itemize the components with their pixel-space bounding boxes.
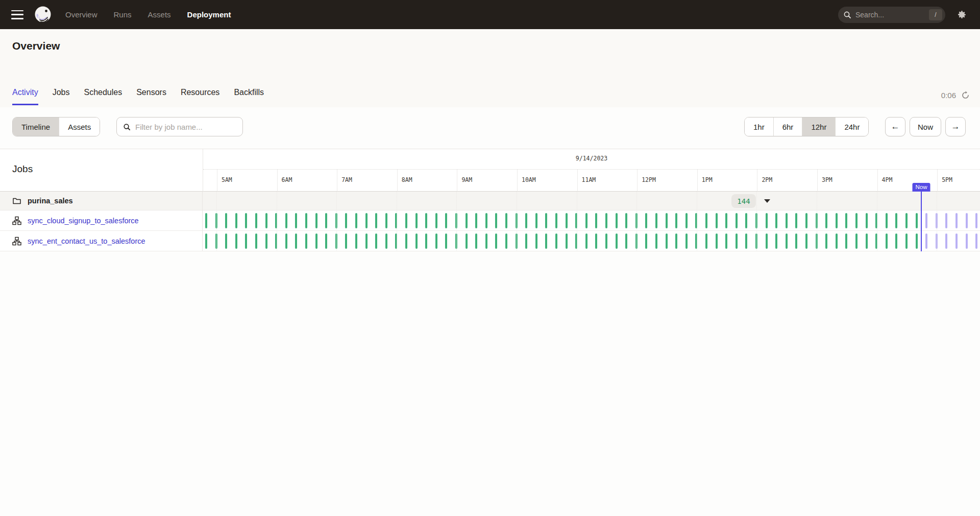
run-tick[interactable]: [285, 233, 287, 249]
run-tick[interactable]: [575, 213, 577, 228]
run-tick[interactable]: [325, 233, 327, 249]
run-tick[interactable]: [635, 213, 638, 228]
run-tick[interactable]: [625, 233, 627, 249]
run-tick[interactable]: [425, 233, 427, 249]
run-tick[interactable]: [605, 233, 607, 249]
run-tick[interactable]: [335, 233, 337, 249]
job-link[interactable]: sync_ent_contact_us_to_salesforce: [28, 237, 145, 245]
run-tick[interactable]: [745, 213, 747, 228]
run-tick[interactable]: [235, 233, 237, 249]
run-tick[interactable]: [886, 213, 888, 228]
run-tick[interactable]: [505, 213, 507, 228]
run-tick[interactable]: [215, 233, 217, 249]
run-tick[interactable]: [255, 233, 257, 249]
run-tick[interactable]: [585, 233, 587, 249]
run-tick[interactable]: [755, 213, 757, 228]
run-tick[interactable]: [415, 233, 418, 249]
run-tick[interactable]: [425, 213, 427, 228]
run-tick[interactable]: [866, 233, 868, 249]
run-tick[interactable]: [555, 233, 557, 249]
run-tick[interactable]: [955, 233, 958, 249]
run-tick[interactable]: [566, 233, 568, 249]
dagster-logo-icon[interactable]: [33, 5, 53, 25]
run-tick[interactable]: [705, 213, 707, 228]
run-tick[interactable]: [616, 213, 618, 228]
run-tick[interactable]: [255, 213, 257, 228]
run-tick[interactable]: [925, 213, 927, 228]
run-tick[interactable]: [795, 233, 797, 249]
run-tick[interactable]: [285, 213, 287, 228]
run-tick[interactable]: [435, 213, 437, 228]
run-tick[interactable]: [855, 233, 857, 249]
run-tick[interactable]: [445, 213, 447, 228]
refresh-icon[interactable]: [961, 91, 970, 100]
run-tick[interactable]: [685, 233, 688, 249]
run-tick[interactable]: [265, 233, 267, 249]
run-tick[interactable]: [966, 213, 968, 228]
run-tick[interactable]: [485, 213, 487, 228]
run-tick[interactable]: [595, 213, 597, 228]
run-tick[interactable]: [225, 213, 227, 228]
run-tick[interactable]: [315, 213, 317, 228]
run-tick[interactable]: [235, 213, 237, 228]
run-tick[interactable]: [205, 213, 207, 228]
run-tick[interactable]: [535, 213, 537, 228]
run-tick[interactable]: [666, 213, 668, 228]
run-tick[interactable]: [816, 213, 818, 228]
run-tick[interactable]: [725, 213, 727, 228]
run-tick[interactable]: [685, 213, 688, 228]
run-tick[interactable]: [295, 213, 297, 228]
run-tick[interactable]: [345, 233, 347, 249]
run-tick[interactable]: [545, 233, 547, 249]
run-tick[interactable]: [886, 233, 888, 249]
run-tick[interactable]: [325, 213, 327, 228]
run-tick[interactable]: [566, 213, 568, 228]
run-tick[interactable]: [705, 233, 707, 249]
nav-item-deployment[interactable]: Deployment: [187, 10, 231, 19]
run-tick[interactable]: [766, 233, 768, 249]
run-tick[interactable]: [845, 233, 847, 249]
run-tick[interactable]: [465, 213, 468, 228]
range-1hr[interactable]: 1hr: [745, 118, 773, 136]
run-tick[interactable]: [945, 233, 947, 249]
run-tick[interactable]: [645, 213, 647, 228]
nav-item-runs[interactable]: Runs: [114, 10, 132, 19]
run-tick[interactable]: [605, 213, 607, 228]
global-search-input[interactable]: Search... /: [838, 7, 945, 23]
range-24hr[interactable]: 24hr: [835, 118, 868, 136]
run-tick[interactable]: [825, 213, 827, 228]
run-tick[interactable]: [895, 213, 897, 228]
run-tick[interactable]: [616, 233, 618, 249]
settings-gear-icon[interactable]: [957, 10, 967, 20]
run-tick[interactable]: [585, 213, 587, 228]
tab-schedules[interactable]: Schedules: [84, 88, 122, 105]
run-tick[interactable]: [275, 233, 277, 249]
tab-backfills[interactable]: Backfills: [234, 88, 264, 105]
view-toggle-timeline[interactable]: Timeline: [13, 118, 59, 136]
run-tick[interactable]: [836, 233, 838, 249]
run-tick[interactable]: [875, 233, 877, 249]
run-tick[interactable]: [745, 233, 747, 249]
run-tick[interactable]: [975, 233, 977, 249]
run-tick[interactable]: [716, 233, 718, 249]
run-tick[interactable]: [495, 233, 497, 249]
run-tick[interactable]: [465, 233, 468, 249]
run-tick[interactable]: [645, 233, 647, 249]
timeline-forward-button[interactable]: →: [945, 117, 966, 136]
run-tick[interactable]: [655, 213, 657, 228]
run-tick[interactable]: [485, 233, 487, 249]
run-tick[interactable]: [435, 233, 437, 249]
run-tick[interactable]: [625, 213, 627, 228]
run-tick[interactable]: [405, 233, 407, 249]
run-tick[interactable]: [655, 233, 657, 249]
run-tick[interactable]: [905, 233, 908, 249]
run-tick[interactable]: [525, 233, 527, 249]
run-tick[interactable]: [205, 233, 207, 249]
run-tick[interactable]: [695, 213, 697, 228]
job-link[interactable]: sync_cloud_signup_to_salesforce: [28, 217, 139, 225]
tab-activity[interactable]: Activity: [12, 88, 38, 105]
run-tick[interactable]: [786, 213, 788, 228]
run-tick[interactable]: [295, 233, 297, 249]
run-tick[interactable]: [215, 213, 217, 228]
run-tick[interactable]: [545, 213, 547, 228]
